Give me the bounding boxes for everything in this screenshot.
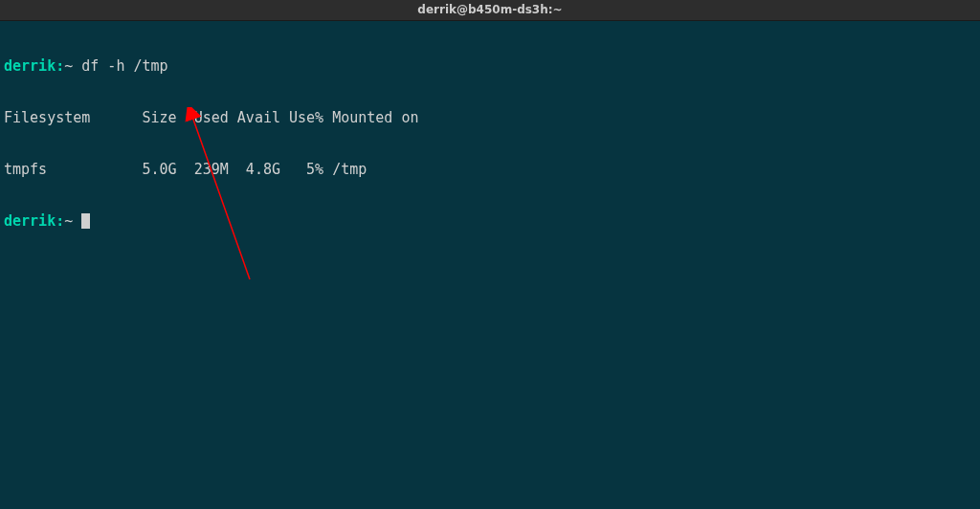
prompt-user: derrik: bbox=[4, 57, 64, 75]
prompt-user: derrik: bbox=[4, 212, 64, 230]
terminal-body[interactable]: derrik:~ df -h /tmp Filesystem Size Used… bbox=[0, 21, 980, 283]
prompt-path: ~ bbox=[64, 57, 73, 75]
window-titlebar: derrik@b450m-ds3h:~ bbox=[0, 0, 980, 21]
window-title: derrik@b450m-ds3h:~ bbox=[417, 3, 562, 16]
prompt-line-2: derrik:~ bbox=[4, 212, 976, 230]
output-row: tmpfs 5.0G 239M 4.8G 5% /tmp bbox=[4, 161, 976, 178]
arrow-icon bbox=[183, 107, 298, 299]
prompt-line-1: derrik:~ df -h /tmp bbox=[4, 57, 976, 75]
output-header: Filesystem Size Used Avail Use% Mounted … bbox=[4, 109, 976, 126]
command-text: df -h /tmp bbox=[81, 57, 167, 75]
cursor-icon bbox=[81, 213, 90, 229]
svg-line-1 bbox=[192, 117, 250, 279]
prompt-path: ~ bbox=[64, 212, 73, 230]
